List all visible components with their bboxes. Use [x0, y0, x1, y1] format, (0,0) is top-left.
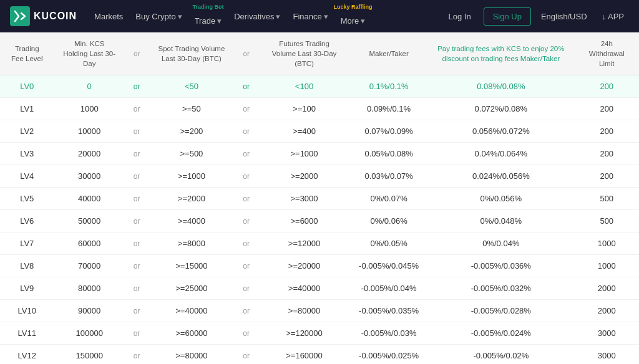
table-row: LV1090000or>=40000or>=80000-0.005%/0.035…: [0, 300, 639, 322]
cell-spot: >=25000: [149, 277, 235, 300]
cell-or-1: or: [125, 300, 149, 322]
cell-or-1: or: [125, 143, 149, 165]
th-level: Trading Fee Level: [0, 32, 54, 75]
nav-item-trade[interactable]: Trading Bot Trade ▾: [188, 0, 228, 32]
table-row: LV540000or>=2000or>=30000%/0.07%0%/0.056…: [0, 188, 639, 210]
cell-withdrawal: 500: [575, 210, 639, 232]
chevron-down-icon-more: ▾: [361, 16, 365, 26]
cell-or-1: or: [125, 345, 149, 364]
app-download-button[interactable]: ↓ APP: [597, 8, 629, 25]
cell-spot: >=1000: [149, 165, 235, 188]
cell-withdrawal: 3000: [575, 322, 639, 345]
table-row: LV00or<50or<1000.1%/0.1%0.08%/0.08%200: [0, 75, 639, 98]
cell-or-1: or: [125, 188, 149, 210]
cell-maker-taker: 0.07%/0.09%: [350, 120, 427, 143]
cell-level: LV12: [0, 345, 54, 364]
cell-kcs-maker-taker: 0%/0.04%: [427, 232, 574, 255]
cell-spot: >=8000: [149, 232, 235, 255]
language-selector[interactable]: English/USD: [536, 8, 592, 25]
signup-button[interactable]: Sign Up: [484, 7, 531, 26]
trading-bot-badge: Trading Bot: [192, 4, 223, 10]
cell-level: LV9: [0, 277, 54, 300]
cell-or-2: or: [234, 300, 258, 322]
cell-spot: >=40000: [149, 300, 235, 322]
kucoin-logo-icon: [10, 6, 30, 26]
chevron-down-icon-trade: ▾: [217, 16, 222, 26]
cell-withdrawal: 200: [575, 165, 639, 188]
cell-withdrawal: 1000: [575, 255, 639, 277]
login-button[interactable]: Log In: [441, 8, 478, 25]
table-row: LV320000or>=500or>=10000.05%/0.08%0.04%/…: [0, 143, 639, 165]
cell-spot: >=500: [149, 143, 235, 165]
cell-kcs-maker-taker: -0.005%/0.024%: [427, 322, 574, 345]
cell-or-2: or: [234, 210, 258, 232]
cell-or-1: or: [125, 98, 149, 120]
cell-kcs-maker-taker: -0.005%/0.028%: [427, 300, 574, 322]
cell-kcs: 1000: [54, 98, 125, 120]
nav-item-more[interactable]: Lucky Raffling More ▾: [334, 0, 372, 32]
cell-withdrawal: 500: [575, 188, 639, 210]
table-row: LV760000or>=8000or>=120000%/0.05%0%/0.04…: [0, 232, 639, 255]
cell-or-1: or: [125, 255, 149, 277]
table-row: LV11100000or>=60000or>=120000-0.005%/0.0…: [0, 322, 639, 345]
cell-level: LV7: [0, 232, 54, 255]
table-row: LV980000or>=25000or>=40000-0.005%/0.04%-…: [0, 277, 639, 300]
cell-or-2: or: [234, 120, 258, 143]
cell-futures: >=6000: [258, 210, 350, 232]
table-row: LV650000or>=4000or>=60000%/0.06%0%/0.048…: [0, 210, 639, 232]
th-futures: Futures Trading Volume Last 30-Day (BTC): [258, 32, 350, 75]
th-withdrawal: 24h Withdrawal Limit: [575, 32, 639, 75]
cell-maker-taker: -0.005%/0.04%: [350, 277, 427, 300]
cell-maker-taker: 0%/0.07%: [350, 188, 427, 210]
cell-maker-taker: -0.005%/0.025%: [350, 345, 427, 364]
cell-or-2: or: [234, 232, 258, 255]
chevron-down-icon-finance: ▾: [324, 12, 328, 21]
cell-or-1: or: [125, 75, 149, 98]
cell-or-2: or: [234, 75, 258, 98]
cell-level: LV4: [0, 165, 54, 188]
cell-level: LV1: [0, 98, 54, 120]
cell-kcs-maker-taker: 0%/0.056%: [427, 188, 574, 210]
nav-item-derivatives[interactable]: Derivatives ▾: [228, 0, 286, 32]
cell-withdrawal: 1000: [575, 232, 639, 255]
fee-table-body: LV00or<50or<1000.1%/0.1%0.08%/0.08%200LV…: [0, 75, 639, 364]
cell-futures: >=3000: [258, 188, 350, 210]
cell-maker-taker: 0.09%/0.1%: [350, 98, 427, 120]
cell-spot: >=15000: [149, 255, 235, 277]
cell-level: LV5: [0, 188, 54, 210]
table-row: LV210000or>=200or>=4000.07%/0.09%0.056%/…: [0, 120, 639, 143]
table-row: LV430000or>=1000or>=20000.03%/0.07%0.024…: [0, 165, 639, 188]
cell-kcs-maker-taker: -0.005%/0.032%: [427, 277, 574, 300]
cell-withdrawal: 200: [575, 143, 639, 165]
th-kcs: Min. KCS Holding Last 30-Day: [54, 32, 125, 75]
cell-futures: >=2000: [258, 165, 350, 188]
cell-kcs: 90000: [54, 300, 125, 322]
cell-kcs-maker-taker: -0.005%/0.036%: [427, 255, 574, 277]
fee-table: Trading Fee Level Min. KCS Holding Last …: [0, 32, 639, 364]
fee-table-container: Trading Fee Level Min. KCS Holding Last …: [0, 32, 639, 364]
cell-kcs: 80000: [54, 277, 125, 300]
cell-kcs-maker-taker: 0%/0.048%: [427, 210, 574, 232]
cell-maker-taker: -0.005%/0.03%: [350, 322, 427, 345]
table-header-row: Trading Fee Level Min. KCS Holding Last …: [0, 32, 639, 75]
cell-or-2: or: [234, 277, 258, 300]
chevron-down-icon: ▾: [178, 12, 182, 21]
cell-maker-taker: 0%/0.06%: [350, 210, 427, 232]
cell-kcs: 0: [54, 75, 125, 98]
cell-spot: >=2000: [149, 188, 235, 210]
logo[interactable]: KUCOIN: [10, 6, 77, 26]
cell-spot: >=4000: [149, 210, 235, 232]
cell-kcs: 40000: [54, 188, 125, 210]
nav-item-finance[interactable]: Finance ▾: [286, 0, 334, 32]
cell-or-2: or: [234, 345, 258, 364]
th-or-2: or: [234, 32, 258, 75]
th-kcs-maker-taker: Pay trading fees with KCS to enjoy 20% d…: [427, 32, 574, 75]
nav-items: Markets Buy Crypto ▾ Trading Bot Trade ▾…: [88, 0, 441, 32]
cell-or-1: or: [125, 210, 149, 232]
nav-item-buycrypto[interactable]: Buy Crypto ▾: [129, 0, 188, 32]
th-or-1: or: [125, 32, 149, 75]
cell-maker-taker: 0%/0.05%: [350, 232, 427, 255]
cell-futures: >=160000: [258, 345, 350, 364]
cell-kcs-maker-taker: 0.024%/0.056%: [427, 165, 574, 188]
nav-item-markets[interactable]: Markets: [88, 0, 129, 32]
